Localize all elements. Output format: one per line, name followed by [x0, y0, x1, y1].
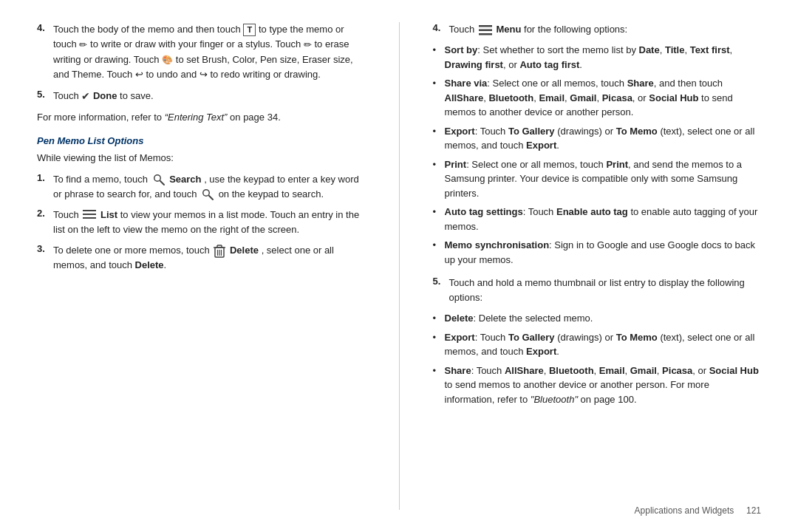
left-column: 4. Touch the body of the memo and then t…	[37, 22, 366, 510]
bullet-dot-5: •	[433, 205, 440, 233]
export2-bold-2: Export	[526, 346, 556, 357]
sub1-num: 1.	[37, 172, 49, 202]
bluetooth-bold: Bluetooth	[488, 92, 533, 103]
share-via-bold: Share via	[445, 78, 488, 89]
left-item-5: 5. Touch ✔ Done to save.	[37, 89, 366, 105]
bullet2-export: • Export: Touch To Gallery (drawings) or…	[433, 330, 762, 359]
right-item-4-num: 4.	[433, 22, 445, 37]
bullet-dot-4: •	[433, 157, 440, 201]
right-item-4-text-after: for the following options:	[524, 24, 627, 35]
sub2-num: 2.	[37, 208, 49, 237]
pen-memo-list-options-heading: Pen Memo List Options	[37, 135, 366, 146]
list-icon	[83, 210, 96, 220]
sub3-delete-bold2: Delete	[135, 259, 164, 270]
bluetooth2-bold: Bluetooth	[549, 365, 594, 376]
item-4-text7: to redo writing or drawing.	[210, 69, 321, 80]
sub1-text-before: To find a memo, touch	[53, 174, 151, 185]
bullet2-delete-content: Delete: Delete the selected memo.	[445, 311, 593, 326]
item-4-text3: to write or draw with your finger or a s…	[90, 38, 304, 50]
item-5-touch: Touch	[53, 90, 81, 101]
bullet-export-content: Export: Touch To Gallery (drawings) or T…	[445, 124, 762, 153]
sort-by-bold: Sort by	[445, 44, 478, 55]
while-text: While viewing the list of Memos:	[37, 151, 366, 166]
auto-tag-bold: Auto tag settings	[445, 206, 523, 217]
for-more-info: For more information, refer to “Entering…	[37, 110, 366, 125]
sub1-content: To find a memo, touch Search , use the k…	[53, 172, 366, 202]
enable-auto-tag-bold: Enable auto tag	[556, 206, 628, 217]
bullet-print: • Print: Select one or all memos, touch …	[433, 157, 762, 201]
bullet2-dot-3: •	[433, 364, 440, 407]
right-item-4-content: Touch Menu for the following options:	[449, 22, 762, 37]
footer-right: 121	[746, 505, 761, 516]
to-gallery-bold: To Gallery	[508, 126, 555, 137]
svg-rect-19	[479, 33, 492, 35]
item-4-text6: to undo and	[146, 69, 199, 80]
bullet-memo-sync-content: Memo synchronisation: Sign in to Google …	[445, 238, 762, 267]
email-bold: Email	[539, 92, 565, 103]
bullet-dot-3: •	[433, 124, 440, 153]
sub1-search-bold: Search	[169, 174, 201, 185]
svg-rect-17	[479, 25, 492, 27]
check-icon: ✔	[81, 89, 90, 105]
bullet2-share-content: Share: Touch AllShare, Bluetooth, Email,…	[445, 364, 762, 407]
sub3-text-end: .	[164, 259, 167, 270]
page: 4. Touch the body of the memo and then t…	[0, 0, 798, 532]
to-gallery2-bold: To Gallery	[508, 332, 555, 343]
bullet2-share: • Share: Touch AllShare, Bluetooth, Emai…	[433, 364, 762, 407]
gmail-bold: Gmail	[570, 92, 596, 103]
bullet2-delete: • Delete: Delete the selected memo.	[433, 311, 762, 326]
bullet-auto-tag: • Auto tag settings: Touch Enable auto t…	[433, 205, 762, 233]
share2-bold: Share	[445, 365, 471, 376]
allshare-bold: AllShare	[445, 92, 484, 103]
sub2-text-after: to view your memos in a list mode. Touch…	[53, 209, 359, 235]
pencil-icon: ✏	[79, 38, 87, 52]
bullet-sort-by: • Sort by: Set whether to sort the memo …	[433, 43, 762, 72]
right-item-5-text: Touch and hold a memo thumbnail or list …	[449, 277, 745, 303]
bullet-dot-6: •	[433, 238, 440, 267]
to-memo2-bold: To Memo	[616, 332, 658, 343]
item-5-content: Touch ✔ Done to save.	[53, 89, 366, 105]
sub2-list-bold: List	[100, 209, 117, 220]
sub1-text-end: on the keypad to search.	[219, 188, 324, 200]
right-item-5-num: 5.	[433, 276, 445, 305]
right-item-5: 5. Touch and hold a memo thumbnail or li…	[433, 276, 762, 305]
svg-point-4	[204, 191, 209, 196]
search-icon	[152, 173, 166, 186]
svg-rect-6	[83, 210, 96, 211]
column-divider	[399, 22, 400, 510]
redo-icon: ↪	[200, 67, 208, 82]
svg-point-1	[154, 176, 160, 181]
date-bold: Date	[639, 44, 660, 55]
print-bold: Print	[445, 159, 467, 170]
search-icon-2	[201, 188, 214, 201]
to-memo-bold: To Memo	[616, 126, 658, 137]
picasa2-bold: Picasa	[662, 365, 692, 376]
bullet-dot-1: •	[433, 43, 440, 72]
right-item-5-content: Touch and hold a memo thumbnail or list …	[449, 276, 762, 305]
right-bullets-1: • Sort by: Set whether to sort the memo …	[433, 43, 762, 271]
svg-rect-7	[83, 214, 96, 215]
sub2-text-before: Touch	[53, 209, 81, 220]
erase-icon: ✏	[304, 38, 312, 52]
footer-left: Applications and Widgets	[635, 505, 734, 516]
bullet-auto-tag-content: Auto tag settings: Touch Enable auto tag…	[445, 205, 762, 233]
social-hub2-bold: Social Hub	[709, 365, 759, 376]
email2-bold: Email	[599, 365, 625, 376]
left-sub-item-1: 1. To find a memo, touch Search , use th…	[37, 172, 366, 202]
bullet-export: • Export: Touch To Gallery (drawings) or…	[433, 124, 762, 153]
sub3-text-before: To delete one or more memos, touch	[53, 245, 212, 256]
sub3-num: 3.	[37, 243, 49, 273]
allshare2-bold: AllShare	[505, 365, 544, 376]
item-4-content: Touch the body of the memo and then touc…	[53, 22, 366, 83]
right-item-4: 4. Touch Menu for the following options:	[433, 22, 762, 37]
drawing-first-bold: Drawing first	[445, 59, 503, 70]
export-bold-2: Export	[526, 140, 556, 151]
gmail2-bold: Gmail	[630, 365, 657, 376]
right-column: 4. Touch Menu for the following options:…	[433, 22, 762, 510]
title-bold: Title	[665, 44, 685, 55]
bullet-print-content: Print: Select one or all memos, touch Pr…	[445, 157, 762, 201]
type-icon: T	[243, 24, 256, 36]
undo-icon: ↩	[135, 67, 143, 82]
right-bullets-2: • Delete: Delete the selected memo. • Ex…	[433, 311, 762, 411]
left-item-4: 4. Touch the body of the memo and then t…	[37, 22, 366, 83]
